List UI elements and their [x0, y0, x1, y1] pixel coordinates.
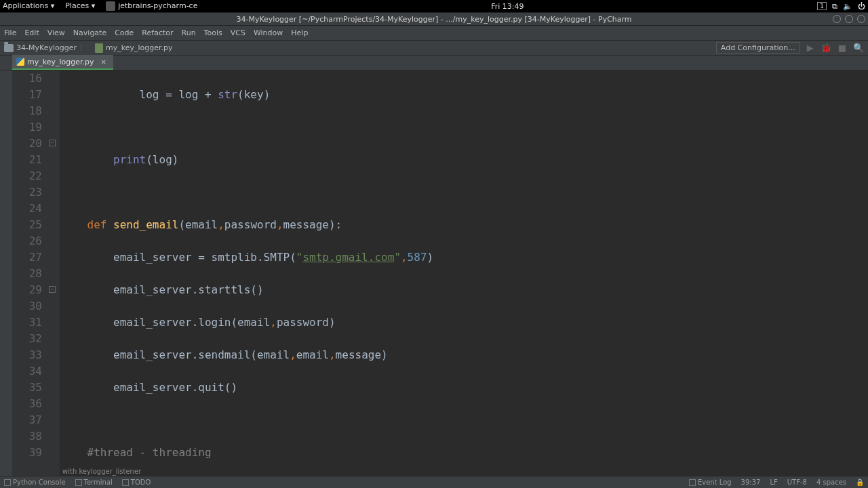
menu-help[interactable]: Help	[291, 28, 308, 37]
add-configuration-button[interactable]: Add Configuration...	[716, 42, 800, 54]
file-icon	[95, 43, 103, 53]
volume-icon[interactable]: 🔈	[843, 2, 852, 11]
maximize-button[interactable]	[845, 15, 853, 23]
menu-view[interactable]: View	[47, 28, 65, 37]
fold-icon[interactable]: −	[49, 140, 56, 146]
minimize-button[interactable]	[833, 15, 841, 23]
python-file-icon	[16, 58, 24, 66]
menu-code[interactable]: Code	[115, 28, 134, 37]
power-icon[interactable]: ⏻	[858, 2, 865, 11]
close-button[interactable]	[857, 15, 865, 23]
notification-badge[interactable]: 1	[817, 2, 827, 10]
editor-breadcrumb[interactable]: with keylogger_listener	[60, 467, 144, 476]
editor[interactable]: log = log + str(key) print(log) def send…	[60, 70, 868, 476]
menu-file[interactable]: File	[4, 28, 16, 37]
status-terminal[interactable]: Terminal	[75, 479, 113, 486]
run-button[interactable]: ▶	[807, 43, 814, 53]
menu-run[interactable]: Run	[182, 28, 196, 37]
places-menu[interactable]: Places ▾	[65, 1, 95, 11]
stop-button[interactable]: ■	[838, 43, 846, 53]
menu-window[interactable]: Window	[254, 28, 283, 37]
line-gutter[interactable]: 16 17 18 19 20− 21 22 23 24 25 26 27 28 …	[12, 70, 60, 476]
menu-tools[interactable]: Tools	[204, 28, 222, 37]
network-icon[interactable]: ⧉	[832, 2, 837, 11]
tab-my-key-logger[interactable]: my_key_logger.py ✕	[12, 55, 113, 70]
status-cursor: 39:37	[741, 479, 761, 486]
status-eventlog[interactable]: Event Log	[689, 479, 732, 486]
status-todo[interactable]: TODO	[122, 479, 151, 486]
status-encoding[interactable]: UTF-8	[787, 479, 807, 486]
menu-bar: File Edit View Navigate Code Refactor Ru…	[0, 26, 868, 41]
tab-label: my_key_logger.py	[27, 58, 94, 66]
window-title: 34-MyKeylogger [~/PycharmProjects/34-MyK…	[236, 15, 631, 24]
apps-menu[interactable]: Applications ▾	[3, 1, 54, 11]
clock: Fri 13:49	[197, 2, 817, 11]
folder-icon	[4, 44, 14, 52]
menu-refactor[interactable]: Refactor	[142, 28, 173, 37]
scrollbar[interactable]	[860, 70, 868, 476]
menu-navigate[interactable]: Navigate	[73, 28, 106, 37]
ide-taskbar[interactable]: jetbrains-pycharm-ce	[106, 1, 197, 11]
status-python-console[interactable]: Python Console	[4, 479, 66, 486]
status-lock-icon[interactable]: 🔒	[856, 479, 864, 486]
tool-window-stripe-left[interactable]	[0, 70, 12, 476]
menu-edit[interactable]: Edit	[24, 28, 39, 37]
status-indent[interactable]: 4 spaces	[816, 479, 846, 486]
tab-close-icon[interactable]: ✕	[101, 58, 106, 66]
crumb-file[interactable]: my_key_logger.py	[106, 43, 173, 52]
crumb-project[interactable]: 34-MyKeylogger	[16, 43, 77, 52]
menu-vcs[interactable]: VCS	[231, 28, 245, 37]
status-lf[interactable]: LF	[770, 479, 777, 486]
debug-button[interactable]: 🐞	[821, 43, 831, 53]
search-button[interactable]: 🔍	[853, 43, 864, 53]
fold-icon[interactable]: −	[49, 286, 56, 293]
